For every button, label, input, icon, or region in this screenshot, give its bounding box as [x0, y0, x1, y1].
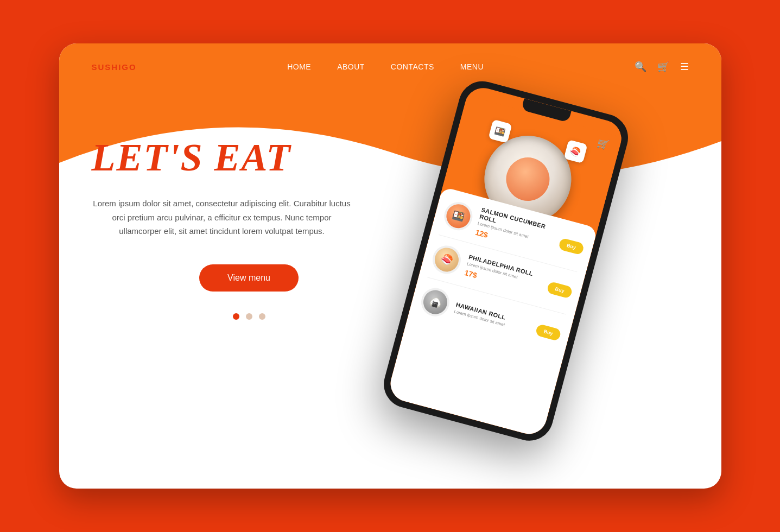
- dot-1[interactable]: [233, 313, 239, 320]
- header-icons: 🔍 🛒 ☰: [635, 61, 689, 73]
- philly-buy-button[interactable]: Buy: [546, 281, 573, 299]
- salmon-center: [501, 153, 554, 206]
- search-icon[interactable]: 🔍: [635, 61, 646, 73]
- nav-home[interactable]: HOME: [287, 62, 311, 71]
- dot-2[interactable]: [246, 313, 252, 320]
- salmon-roll-image: 🍱: [441, 199, 475, 233]
- carousel-dots: [92, 313, 407, 320]
- nav-about[interactable]: ABOUT: [337, 62, 365, 71]
- salmon-buy-button[interactable]: Buy: [558, 237, 585, 255]
- phone-cart-icon[interactable]: 🛒: [595, 136, 610, 151]
- philly-roll-image: 🍣: [429, 243, 464, 277]
- phone-wrapper: 🛒 🍱 🍣: [378, 76, 721, 471]
- hawaiian-buy-button[interactable]: Buy: [535, 324, 561, 341]
- right-section: 🛒 🍱 🍣: [407, 94, 689, 442]
- phone-inner: 🛒 🍱 🍣: [386, 84, 625, 438]
- main-content: LET'S EAT Lorem ipsum dolor sit amet, co…: [59, 73, 721, 442]
- hawaiian-roll-image: 🍙: [418, 285, 453, 320]
- left-section: LET'S EAT Lorem ipsum dolor sit amet, co…: [92, 105, 407, 320]
- salmon-roll-icon: 🍱: [443, 201, 473, 231]
- nav-menu[interactable]: MENU: [460, 62, 484, 71]
- hawaiian-roll-icon: 🍙: [420, 288, 449, 317]
- view-menu-button[interactable]: View menu: [199, 264, 299, 292]
- dot-3[interactable]: [259, 313, 265, 320]
- nav: HOME ABOUT CONTACTS MENU: [287, 62, 484, 71]
- menu-icon[interactable]: ☰: [680, 61, 689, 73]
- hero-title: LET'S EAT: [92, 138, 407, 177]
- phone-outer: 🛒 🍱 🍣: [378, 76, 633, 446]
- hero-description: Lorem ipsum dolor sit amet, consectetur …: [92, 197, 352, 238]
- logo: SUSHIGO: [92, 62, 137, 72]
- cart-icon[interactable]: 🛒: [657, 61, 669, 73]
- hawaiian-roll-info: HAWAIIAN ROLL Lorem ipsum dolor sit amet: [453, 301, 538, 335]
- header: SUSHIGO HOME ABOUT CONTACTS MENU 🔍 🛒 ☰: [59, 43, 721, 73]
- page-card: SUSHIGO HOME ABOUT CONTACTS MENU 🔍 🛒 ☰ L…: [59, 43, 721, 489]
- nav-contacts[interactable]: CONTACTS: [391, 62, 434, 71]
- philly-roll-icon: 🍣: [432, 245, 461, 275]
- phone-menu-area: 🍱 SALMON CUCUMBER ROLL Lorem ipsum dolor…: [386, 187, 597, 438]
